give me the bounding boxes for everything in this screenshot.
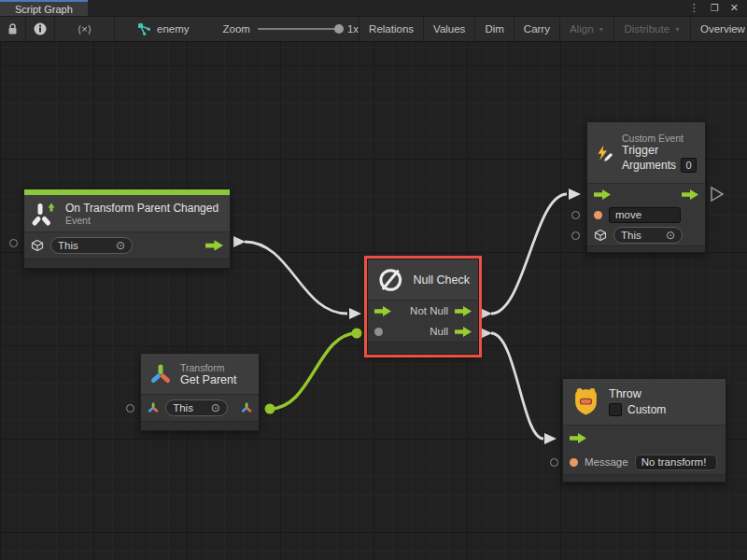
unconnected-port-circle[interactable] [9,239,18,247]
unconnected-port-triangle[interactable] [712,188,723,201]
zoom-value: 1x [347,23,359,35]
flow-input-port[interactable] [570,433,586,443]
node-title: Trigger [622,144,697,157]
port-label-null: Null [430,326,448,337]
gameobject-cube-icon [31,239,44,252]
wire-arrow [349,308,361,319]
target-object-field[interactable]: This ⊙ [613,227,683,244]
wire-null-to-throw[interactable] [491,333,543,439]
node-title: Get Parent [180,373,236,386]
wire-arrow [569,189,581,200]
relations-button[interactable]: Relations [359,17,423,41]
node-title: On Transform Parent Changed [65,202,218,215]
graph-icon [137,22,151,36]
wire-event-to-nullcheck[interactable] [245,242,347,314]
wire-arrow [480,328,492,339]
object-picker-icon: ⊙ [211,402,220,413]
flow-output-port[interactable] [682,189,698,200]
node-subtitle: Event [65,215,218,226]
object-picker-icon: ⊙ [666,230,675,241]
graph-reference[interactable]: enemy [128,17,199,41]
node-footer [24,259,230,268]
node-null-check[interactable]: Null Check Not Null Null [367,259,479,355]
info-button[interactable] [26,17,55,41]
throw-error-icon [571,386,600,418]
window-menu-icon[interactable]: ⋮ [689,3,699,13]
node-footer [587,245,705,252]
node-title: Null Check [414,273,470,287]
message-label: Message [585,456,628,468]
unconnected-port-circle[interactable] [550,458,558,467]
transform-output-port-icon[interactable] [241,401,252,414]
values-button[interactable]: Values [423,17,474,41]
chevron-down-icon: ▼ [674,26,681,33]
wire-getparent-to-nullcheck[interactable] [270,333,357,409]
toolbar-buttons: Relations Values Dim Carry Align ▼ Distr… [359,17,747,41]
distribute-dropdown[interactable]: Distribute ▼ [613,17,690,41]
message-field[interactable]: No transform! [635,455,717,470]
node-throw[interactable]: Throw Custom Message No transform! [562,378,726,483]
flow-input-port[interactable] [374,306,391,316]
maximize-icon[interactable]: ❐ [711,4,719,13]
target-object-field[interactable]: This ⊙ [165,399,228,416]
arguments-count-field[interactable]: 0 [681,158,697,173]
transform-port-icon[interactable] [148,401,159,414]
lock-button[interactable] [0,17,26,41]
zoom-slider-handle[interactable] [334,24,344,34]
zoom-slider[interactable] [258,28,340,30]
transform-event-icon [31,201,57,227]
script-graph-window: Script Graph ⋮ ❐ ✕ ⟨×⟩ [0,0,747,560]
not-null-output-port[interactable] [455,306,472,316]
window-controls: ⋮ ❐ ✕ [689,0,747,16]
tab-bar-spacer [88,0,689,16]
flow-output-port[interactable] [205,240,223,251]
code-icon: ⟨×⟩ [78,23,92,35]
zoom-label: Zoom [223,23,250,35]
gameobject-cube-icon[interactable] [594,229,607,242]
unconnected-port-circle[interactable] [571,231,580,240]
unconnected-port-circle[interactable] [126,404,134,413]
node-surtitle: Custom Event [622,133,697,144]
event-name-field[interactable]: move [609,207,681,223]
wire-arrow [480,308,492,319]
node-footer [563,474,726,482]
event-name-port[interactable] [594,211,602,219]
wire-arrow [544,433,557,444]
dim-button[interactable]: Dim [474,17,513,41]
custom-checkbox-label: Custom [627,403,666,416]
node-get-parent[interactable]: Transform Get Parent This ⊙ [140,353,260,431]
graph-canvas[interactable]: On Transform Parent Changed Event This ⊙ [0,42,747,560]
wire-notnull-to-trigger[interactable] [491,194,567,314]
node-title: Throw [609,387,666,400]
carry-button[interactable]: Carry [514,17,559,41]
graph-name-label: enemy [157,23,190,35]
wire-endpoint [352,329,362,339]
zoom-control: Zoom 1x [223,17,359,41]
code-view-button[interactable]: ⟨×⟩ [55,17,115,41]
null-output-port[interactable] [455,327,472,337]
tab-script-graph[interactable]: Script Graph [0,0,88,16]
tab-title: Script Graph [15,4,73,15]
align-dropdown[interactable]: Align ▼ [559,17,614,41]
graph-toolbar: ⟨×⟩ enemy Zoom 1x Relations Values Dim C… [0,17,747,42]
node-custom-event-trigger[interactable]: Custom Event Trigger Arguments 0 [586,121,706,253]
value-input-port[interactable] [374,328,383,336]
node-footer [368,342,478,354]
lock-icon [7,23,18,35]
flow-input-port[interactable] [594,189,611,200]
node-on-transform-parent-changed[interactable]: On Transform Parent Changed Event This ⊙ [23,189,231,269]
node-surtitle: Transform [180,362,236,373]
null-check-icon [376,265,405,295]
arguments-label: Arguments [622,159,676,172]
transform-icon [149,363,172,385]
unconnected-port-circle[interactable] [571,211,580,219]
target-object-field[interactable]: This ⊙ [50,237,133,254]
custom-checkbox[interactable] [609,403,622,416]
info-icon [34,22,47,35]
message-input-port[interactable] [570,458,578,467]
custom-event-icon [596,139,613,167]
overview-button[interactable]: Overview [690,17,747,41]
port-label-not-null: Not Null [410,305,448,316]
close-icon[interactable]: ✕ [730,3,739,13]
chevron-down-icon: ▼ [599,26,605,33]
